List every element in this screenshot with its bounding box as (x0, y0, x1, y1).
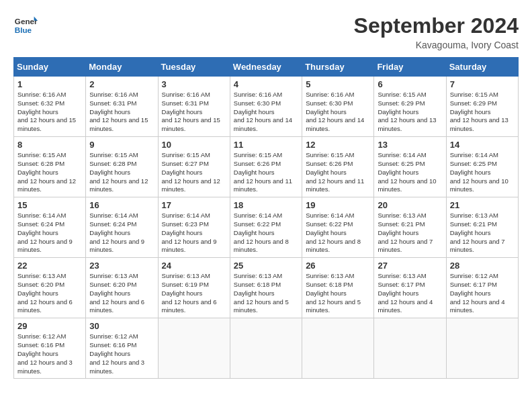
day-number: 21 (450, 200, 515, 210)
table-row: 8 Sunrise: 6:15 AM Sunset: 6:28 PM Dayli… (14, 137, 86, 197)
day-number: 3 (162, 79, 226, 89)
table-row (158, 318, 230, 379)
cell-info: Sunrise: 6:13 AM Sunset: 6:20 PM Dayligh… (17, 272, 82, 315)
day-number: 30 (89, 321, 154, 331)
cell-info: Sunrise: 6:14 AM Sunset: 6:24 PM Dayligh… (89, 212, 154, 255)
day-number: 20 (378, 200, 442, 210)
table-row: 27 Sunrise: 6:13 AM Sunset: 6:17 PM Dayl… (374, 258, 446, 318)
day-number: 11 (234, 140, 298, 150)
day-number: 13 (378, 140, 442, 150)
cell-info: Sunrise: 6:16 AM Sunset: 6:30 PM Dayligh… (234, 91, 298, 134)
table-row: 13 Sunrise: 6:14 AM Sunset: 6:25 PM Dayl… (374, 137, 446, 197)
cell-info: Sunrise: 6:14 AM Sunset: 6:24 PM Dayligh… (17, 212, 82, 255)
day-number: 7 (450, 79, 515, 89)
cell-info: Sunrise: 6:16 AM Sunset: 6:31 PM Dayligh… (89, 91, 154, 134)
cell-info: Sunrise: 6:16 AM Sunset: 6:30 PM Dayligh… (306, 91, 370, 134)
calendar-table: Sunday Monday Tuesday Wednesday Thursday… (13, 57, 519, 379)
day-number: 26 (306, 261, 370, 271)
day-number: 28 (450, 261, 515, 271)
table-row: 5 Sunrise: 6:16 AM Sunset: 6:30 PM Dayli… (302, 77, 374, 137)
day-number: 5 (306, 79, 370, 89)
day-number: 17 (162, 200, 226, 210)
table-row: 1 Sunrise: 6:16 AM Sunset: 6:32 PM Dayli… (14, 77, 86, 137)
cell-info: Sunrise: 6:14 AM Sunset: 6:25 PM Dayligh… (378, 151, 442, 194)
day-number: 24 (162, 261, 226, 271)
day-number: 25 (234, 261, 298, 271)
table-row: 24 Sunrise: 6:13 AM Sunset: 6:19 PM Dayl… (158, 258, 230, 318)
svg-text:Blue: Blue (15, 26, 32, 34)
table-row: 11 Sunrise: 6:15 AM Sunset: 6:26 PM Dayl… (230, 137, 302, 197)
col-monday: Monday (86, 58, 158, 77)
cell-info: Sunrise: 6:14 AM Sunset: 6:22 PM Dayligh… (306, 212, 370, 255)
table-row: 30 Sunrise: 6:12 AM Sunset: 6:16 PM Dayl… (86, 318, 158, 379)
table-row (446, 318, 518, 379)
table-row: 17 Sunrise: 6:14 AM Sunset: 6:23 PM Dayl… (158, 197, 230, 258)
col-wednesday: Wednesday (230, 58, 302, 77)
table-row: 26 Sunrise: 6:13 AM Sunset: 6:18 PM Dayl… (302, 258, 374, 318)
day-number: 12 (306, 140, 370, 150)
day-number: 19 (306, 200, 370, 210)
table-row: 15 Sunrise: 6:14 AM Sunset: 6:24 PM Dayl… (14, 197, 86, 258)
logo-icon: General Blue (13, 13, 38, 38)
cell-info: Sunrise: 6:13 AM Sunset: 6:21 PM Dayligh… (450, 212, 515, 255)
day-number: 9 (89, 140, 154, 150)
day-number: 2 (89, 79, 154, 89)
location-text: Kavagouma, Ivory Coast (354, 40, 519, 50)
cell-info: Sunrise: 6:15 AM Sunset: 6:27 PM Dayligh… (162, 151, 226, 194)
page-header: General Blue General Blue September 2024… (13, 13, 519, 50)
cell-info: Sunrise: 6:14 AM Sunset: 6:23 PM Dayligh… (162, 212, 226, 255)
table-row: 9 Sunrise: 6:15 AM Sunset: 6:28 PM Dayli… (86, 137, 158, 197)
cell-info: Sunrise: 6:14 AM Sunset: 6:22 PM Dayligh… (234, 212, 298, 255)
cell-info: Sunrise: 6:15 AM Sunset: 6:29 PM Dayligh… (450, 91, 515, 134)
cell-info: Sunrise: 6:12 AM Sunset: 6:17 PM Dayligh… (450, 272, 515, 315)
table-row: 29 Sunrise: 6:12 AM Sunset: 6:16 PM Dayl… (14, 318, 86, 379)
title-block: September 2024 Kavagouma, Ivory Coast (354, 13, 519, 50)
cell-info: Sunrise: 6:14 AM Sunset: 6:25 PM Dayligh… (450, 151, 515, 194)
cell-info: Sunrise: 6:15 AM Sunset: 6:28 PM Dayligh… (89, 151, 154, 194)
cell-info: Sunrise: 6:15 AM Sunset: 6:29 PM Dayligh… (378, 91, 442, 134)
cell-info: Sunrise: 6:13 AM Sunset: 6:19 PM Dayligh… (162, 272, 226, 315)
cell-info: Sunrise: 6:12 AM Sunset: 6:16 PM Dayligh… (17, 332, 82, 375)
table-row: 23 Sunrise: 6:13 AM Sunset: 6:20 PM Dayl… (86, 258, 158, 318)
col-friday: Friday (374, 58, 446, 77)
table-row: 22 Sunrise: 6:13 AM Sunset: 6:20 PM Dayl… (14, 258, 86, 318)
calendar-body: 1 Sunrise: 6:16 AM Sunset: 6:32 PM Dayli… (14, 77, 519, 379)
day-number: 29 (17, 321, 82, 331)
day-number: 27 (378, 261, 442, 271)
day-number: 18 (234, 200, 298, 210)
table-row: 18 Sunrise: 6:14 AM Sunset: 6:22 PM Dayl… (230, 197, 302, 258)
day-number: 23 (89, 261, 154, 271)
table-row (302, 318, 374, 379)
table-row: 12 Sunrise: 6:15 AM Sunset: 6:26 PM Dayl… (302, 137, 374, 197)
cell-info: Sunrise: 6:12 AM Sunset: 6:16 PM Dayligh… (89, 332, 154, 375)
cell-info: Sunrise: 6:15 AM Sunset: 6:26 PM Dayligh… (306, 151, 370, 194)
table-row: 20 Sunrise: 6:13 AM Sunset: 6:21 PM Dayl… (374, 197, 446, 258)
calendar-row: 15 Sunrise: 6:14 AM Sunset: 6:24 PM Dayl… (14, 197, 519, 258)
day-number: 15 (17, 200, 82, 210)
day-number: 4 (234, 79, 298, 89)
calendar-row: 8 Sunrise: 6:15 AM Sunset: 6:28 PM Dayli… (14, 137, 519, 197)
cell-info: Sunrise: 6:13 AM Sunset: 6:18 PM Dayligh… (234, 272, 298, 315)
day-number: 8 (17, 140, 82, 150)
table-row: 25 Sunrise: 6:13 AM Sunset: 6:18 PM Dayl… (230, 258, 302, 318)
day-number: 10 (162, 140, 226, 150)
day-number: 1 (17, 79, 82, 89)
table-row: 28 Sunrise: 6:12 AM Sunset: 6:17 PM Dayl… (446, 258, 518, 318)
col-sunday: Sunday (14, 58, 86, 77)
table-row: 21 Sunrise: 6:13 AM Sunset: 6:21 PM Dayl… (446, 197, 518, 258)
table-row: 4 Sunrise: 6:16 AM Sunset: 6:30 PM Dayli… (230, 77, 302, 137)
calendar-row: 22 Sunrise: 6:13 AM Sunset: 6:20 PM Dayl… (14, 258, 519, 318)
day-number: 6 (378, 79, 442, 89)
table-row: 7 Sunrise: 6:15 AM Sunset: 6:29 PM Dayli… (446, 77, 518, 137)
day-number: 14 (450, 140, 515, 150)
cell-info: Sunrise: 6:13 AM Sunset: 6:20 PM Dayligh… (89, 272, 154, 315)
day-number: 22 (17, 261, 82, 271)
table-row (374, 318, 446, 379)
cell-info: Sunrise: 6:13 AM Sunset: 6:18 PM Dayligh… (306, 272, 370, 315)
header-row: Sunday Monday Tuesday Wednesday Thursday… (14, 58, 519, 77)
table-row: 14 Sunrise: 6:14 AM Sunset: 6:25 PM Dayl… (446, 137, 518, 197)
table-row (230, 318, 302, 379)
table-row: 3 Sunrise: 6:16 AM Sunset: 6:31 PM Dayli… (158, 77, 230, 137)
logo: General Blue General Blue (13, 13, 38, 38)
day-number: 16 (89, 200, 154, 210)
